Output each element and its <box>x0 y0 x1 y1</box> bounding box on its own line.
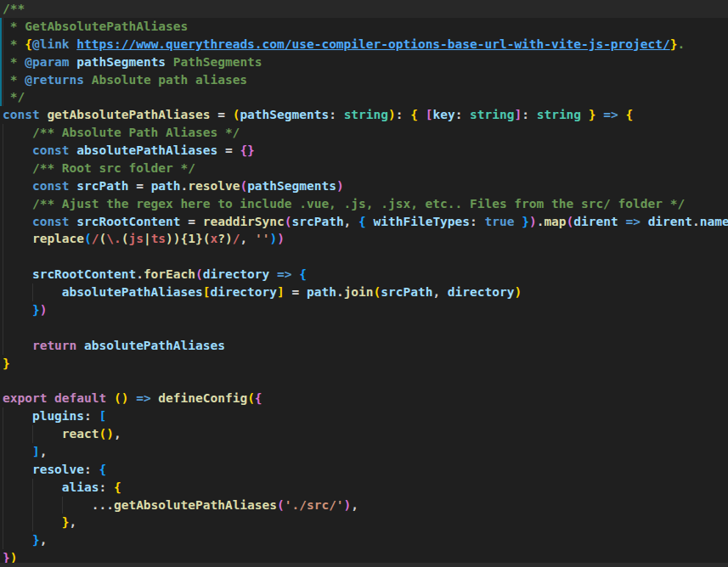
code-token: ( <box>99 232 107 245</box>
code-token: , <box>40 445 48 458</box>
code-line[interactable]: * @returns Absolute path aliases <box>0 71 728 89</box>
code-token: directory <box>448 285 515 299</box>
code-token: { <box>25 37 32 51</box>
code-token: js <box>128 232 143 245</box>
code-token: ( <box>277 498 285 512</box>
code-line[interactable]: const absolutePathAliases = {} <box>0 142 728 160</box>
code-token: : <box>522 108 536 121</box>
code-token: defineConfig <box>158 391 247 405</box>
code-token: pathSegments <box>76 55 166 69</box>
code-line[interactable]: srcRootContent.forEach(directory => { <box>0 266 728 284</box>
code-token: const <box>3 179 76 193</box>
code-token: return <box>3 339 84 352</box>
code-token <box>269 267 277 281</box>
code-token: = <box>210 108 232 121</box>
code-line[interactable] <box>0 372 728 390</box>
code-token: . <box>336 285 344 299</box>
code-line[interactable]: return absolutePathAliases <box>0 337 728 355</box>
code-token: ts <box>151 232 166 245</box>
code-line[interactable]: * {@link https://www.querythreads.com/us… <box>0 36 728 53</box>
code-line[interactable]: absolutePathAliases[directory] = path.jo… <box>0 284 728 301</box>
code-token: : <box>396 108 410 121</box>
code-token: , <box>70 515 77 529</box>
code-token: * <box>3 55 25 69</box>
code-token: ( <box>195 267 203 281</box>
code-line[interactable]: /** Root src folder */ <box>0 160 728 177</box>
code-line-current[interactable]: /** <box>0 0 728 18</box>
code-line[interactable]: /** Ajust the regex here to include .vue… <box>0 195 728 213</box>
code-token: : <box>84 463 99 476</box>
code-token: react <box>3 427 99 441</box>
code-line[interactable]: plugins: [ <box>0 407 728 425</box>
code-token: } <box>3 533 40 547</box>
code-token: : <box>470 215 484 228</box>
code-token: ( <box>84 232 92 245</box>
code-token: , <box>351 498 358 512</box>
code-line[interactable]: react(), <box>0 425 728 443</box>
code-token: = <box>128 179 150 193</box>
code-line[interactable]: const srcPath = path.resolve(pathSegment… <box>0 177 728 195</box>
code-token: x <box>211 232 218 245</box>
code-line[interactable]: /** Absolute Path Aliases */ <box>0 124 728 142</box>
code-token: true <box>485 215 515 228</box>
code-token: ) <box>529 215 537 228</box>
code-token: {} <box>240 143 254 157</box>
code-line[interactable]: ...getAbsolutePathAliases('./src/'), <box>0 497 728 514</box>
code-token: PathSegments <box>166 55 262 69</box>
code-token: ( <box>203 232 211 245</box>
code-line[interactable]: export default () => defineConfig({ <box>0 390 728 407</box>
bottom-panel-edge <box>0 563 728 567</box>
link-url[interactable]: https://www.querythreads.com/use-compile… <box>76 37 669 51</box>
code-line[interactable]: }, <box>0 531 728 549</box>
code-token: replace <box>32 232 84 245</box>
code-line[interactable]: * @param pathSegments PathSegments <box>0 53 728 71</box>
code-token: resolve <box>3 463 84 476</box>
code-token <box>3 303 32 317</box>
code-token: @returns <box>25 73 84 87</box>
code-token: ) <box>336 179 344 193</box>
code-token: resolve <box>188 179 240 193</box>
code-token: { <box>410 108 425 121</box>
code-token <box>3 285 62 299</box>
code-line[interactable]: ], <box>0 443 728 461</box>
code-token: srcPath <box>292 215 344 228</box>
code-token: */ <box>3 90 25 104</box>
code-token: : <box>84 409 99 423</box>
code-line[interactable]: const srcRootContent = readdirSync(srcPa… <box>0 213 728 231</box>
code-line[interactable]: }) <box>0 301 728 319</box>
code-token: ( <box>567 215 574 228</box>
code-line[interactable]: */ <box>0 88 728 106</box>
code-line[interactable]: resolve: { <box>0 461 728 479</box>
code-line[interactable]: replace(/(\.(js|ts)){1}(x?)/, '')) <box>0 230 728 248</box>
code-token: ... <box>3 498 114 512</box>
code-token: map <box>544 215 566 228</box>
code-token: getAbsolutePathAliases <box>47 108 210 121</box>
code-token: ( <box>247 391 255 405</box>
code-token: } <box>514 215 528 228</box>
code-token: @param <box>25 55 69 69</box>
code-line[interactable]: }, <box>0 514 728 531</box>
code-line[interactable] <box>0 248 728 266</box>
code-line[interactable] <box>0 319 728 337</box>
code-token: } <box>3 356 10 370</box>
code-token: @link <box>32 37 70 51</box>
code-line[interactable]: } <box>0 355 728 373</box>
code-token: withFileTypes <box>374 215 471 228</box>
code-token <box>641 215 648 228</box>
code-token: srcRootContent <box>32 267 136 281</box>
code-token: * <box>3 37 25 51</box>
code-editor[interactable]: /** * GetAbsolutePathAliases * {@link ht… <box>0 0 728 567</box>
code-line[interactable]: const getAbsolutePathAliases = (pathSegm… <box>0 106 728 124</box>
code-token: { <box>358 215 373 228</box>
code-token: { <box>255 391 262 405</box>
code-token: dirent <box>573 215 618 228</box>
code-line[interactable]: * GetAbsolutePathAliases <box>0 18 728 36</box>
code-token: pathSegments <box>240 108 329 121</box>
code-token: ] <box>277 285 285 299</box>
code-token: = <box>285 285 307 299</box>
code-token: => <box>136 391 150 405</box>
code-line[interactable]: alias: { <box>0 479 728 497</box>
code-token: readdirSync <box>203 215 285 228</box>
code-token: absolutePathAliases <box>62 285 203 299</box>
code-token: ( <box>374 285 381 299</box>
